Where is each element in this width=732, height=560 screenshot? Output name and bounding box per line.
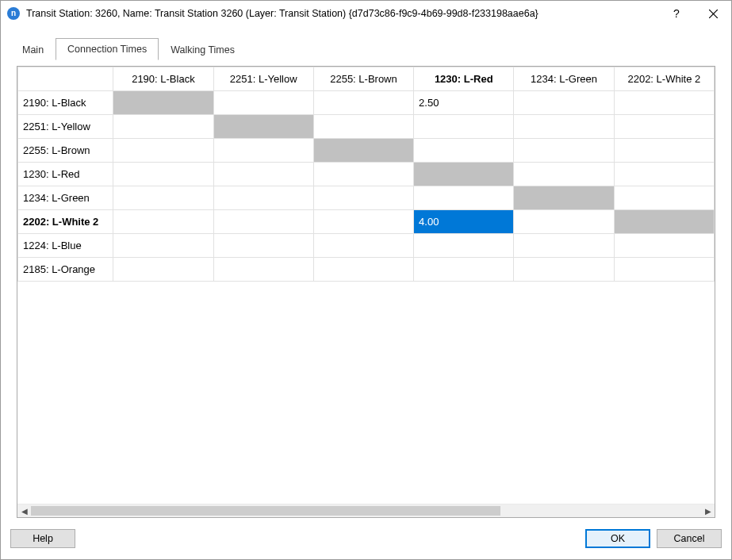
titlebar: n Transit Station: 3260, Name: Transit S…	[1, 1, 731, 26]
tab-walking-times[interactable]: Walking Times	[159, 39, 247, 60]
grid-cell[interactable]	[313, 139, 413, 163]
column-header[interactable]: 2255: L-Brown	[313, 67, 413, 91]
row-header[interactable]: 2185: L-Orange	[18, 258, 113, 282]
grid-cell[interactable]	[614, 139, 714, 163]
column-header[interactable]: 1230: L-Red	[414, 67, 514, 91]
scroll-left-arrow-icon[interactable]: ◀	[17, 504, 31, 517]
window-title: Transit Station: 3260, Name: Transit Sta…	[26, 8, 658, 19]
scroll-track[interactable]	[31, 504, 701, 517]
grid-cell[interactable]	[113, 115, 213, 139]
grid-cell[interactable]	[514, 91, 614, 115]
grid-cell[interactable]	[514, 139, 614, 163]
tab-main[interactable]: Main	[10, 39, 56, 60]
grid-cell[interactable]	[614, 234, 714, 258]
grid-cell[interactable]	[514, 115, 614, 139]
row-header[interactable]: 1234: L-Green	[18, 186, 113, 210]
grid-cell[interactable]	[113, 186, 213, 210]
grid-cell[interactable]	[414, 234, 514, 258]
grid-cell[interactable]	[514, 258, 614, 282]
grid-cell[interactable]	[313, 186, 413, 210]
grid-cell[interactable]	[414, 186, 514, 210]
grid-cell[interactable]	[514, 163, 614, 186]
grid-cell[interactable]	[113, 163, 213, 186]
table-row: 2255: L-Brown	[18, 139, 715, 163]
row-header[interactable]: 1230: L-Red	[18, 163, 113, 186]
grid-cell[interactable]	[113, 139, 213, 163]
table-row: 1230: L-Red	[18, 163, 715, 186]
grid-cell[interactable]	[514, 210, 614, 234]
ok-button[interactable]: OK	[585, 529, 650, 548]
horizontal-scrollbar[interactable]: ◀ ▶	[17, 504, 715, 517]
table-row: 2251: L-Yellow	[18, 115, 715, 139]
grid-cell[interactable]	[614, 186, 714, 210]
grid-cell[interactable]	[213, 91, 313, 115]
grid-cell[interactable]	[313, 258, 413, 282]
dialog-window: n Transit Station: 3260, Name: Transit S…	[0, 0, 732, 560]
table-row: 1224: L-Blue	[18, 234, 715, 258]
scroll-right-arrow-icon[interactable]: ▶	[701, 504, 715, 517]
grid-cell[interactable]	[113, 234, 213, 258]
column-header[interactable]: 2190: L-Black	[113, 67, 213, 91]
grid-cell[interactable]	[113, 91, 213, 115]
grid-cell[interactable]	[313, 210, 413, 234]
table-row: 2185: L-Orange	[18, 258, 715, 282]
grid-cell[interactable]	[113, 210, 213, 234]
grid-cell[interactable]	[213, 163, 313, 186]
grid-cell[interactable]	[313, 91, 413, 115]
grid-container: 2190: L-Black2251: L-Yellow2255: L-Brown…	[17, 66, 715, 518]
grid-cell[interactable]	[614, 163, 714, 186]
grid-cell[interactable]	[614, 115, 714, 139]
grid-cell[interactable]	[213, 234, 313, 258]
grid-cell[interactable]	[313, 234, 413, 258]
tabstrip: MainConnection TimesWalking Times	[10, 37, 722, 59]
grid-cell[interactable]	[514, 186, 614, 210]
grid-corner	[18, 67, 113, 91]
row-header[interactable]: 1224: L-Blue	[18, 234, 113, 258]
table-row: 1234: L-Green	[18, 186, 715, 210]
connection-times-grid[interactable]: 2190: L-Black2251: L-Yellow2255: L-Brown…	[17, 67, 715, 282]
grid-cell[interactable]	[414, 139, 514, 163]
grid-cell[interactable]	[213, 139, 313, 163]
grid-cell[interactable]	[414, 163, 514, 186]
table-row: 2202: L-White 24.00	[18, 210, 715, 234]
help-button[interactable]: Help	[10, 529, 75, 548]
grid-cell[interactable]	[213, 210, 313, 234]
grid-cell[interactable]	[614, 258, 714, 282]
app-icon: n	[7, 7, 20, 20]
grid-viewport: 2190: L-Black2251: L-Yellow2255: L-Brown…	[17, 67, 715, 504]
column-header[interactable]: 2251: L-Yellow	[213, 67, 313, 91]
dialog-footer: Help OK Cancel	[1, 524, 731, 559]
row-header[interactable]: 2255: L-Brown	[18, 139, 113, 163]
row-header[interactable]: 2251: L-Yellow	[18, 115, 113, 139]
column-header[interactable]: 2202: L-White 2	[614, 67, 714, 91]
row-header[interactable]: 2190: L-Black	[18, 91, 113, 115]
grid-cell[interactable]	[614, 91, 714, 115]
grid-cell[interactable]: 4.00	[414, 210, 514, 234]
grid-cell[interactable]	[213, 186, 313, 210]
tab-connection-times[interactable]: Connection Times	[56, 38, 159, 60]
grid-cell[interactable]	[514, 234, 614, 258]
scroll-thumb[interactable]	[31, 506, 500, 516]
close-icon	[709, 10, 718, 18]
titlebar-help-button[interactable]: ?	[658, 1, 695, 26]
grid-cell[interactable]	[213, 115, 313, 139]
cancel-button[interactable]: Cancel	[657, 529, 722, 548]
table-row: 2190: L-Black2.50	[18, 91, 715, 115]
grid-cell[interactable]	[414, 115, 514, 139]
grid-cell[interactable]	[313, 163, 413, 186]
grid-cell[interactable]	[614, 210, 714, 234]
column-header[interactable]: 1234: L-Green	[514, 67, 614, 91]
tab-panel-connection-times: 2190: L-Black2251: L-Yellow2255: L-Brown…	[10, 59, 722, 524]
grid-cell[interactable]	[213, 258, 313, 282]
grid-cell[interactable]: 2.50	[414, 91, 514, 115]
grid-cell[interactable]	[113, 258, 213, 282]
grid-cell[interactable]	[414, 258, 514, 282]
close-button[interactable]	[695, 1, 731, 26]
row-header[interactable]: 2202: L-White 2	[18, 210, 113, 234]
grid-cell[interactable]	[313, 115, 413, 139]
